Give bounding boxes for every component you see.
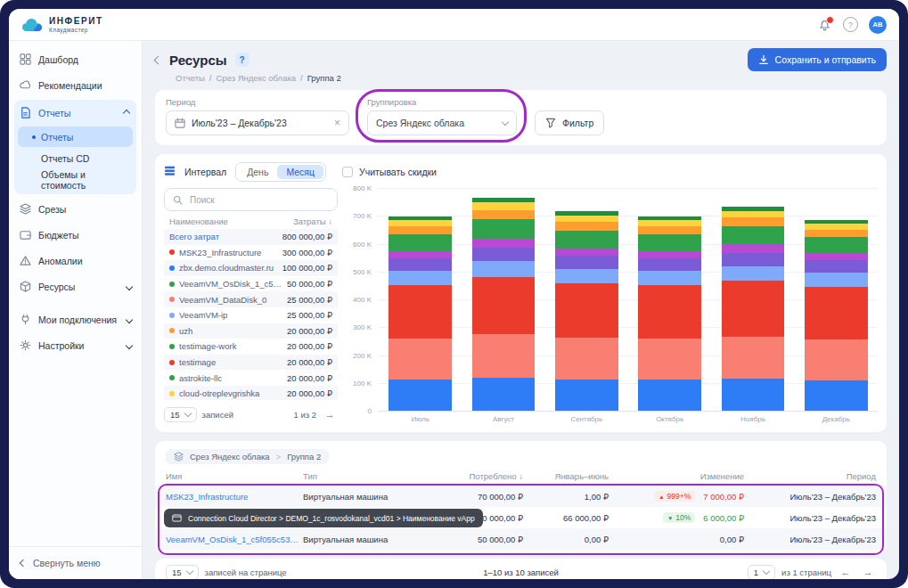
bar-segment-yellow[interactable] <box>555 216 618 223</box>
help-button[interactable]: ? <box>843 17 858 32</box>
sidebar-item-reports-cd[interactable]: Отчеты CD <box>18 148 133 168</box>
back-button[interactable] <box>154 55 163 64</box>
stacked-bar[interactable] <box>555 188 618 411</box>
bar-segment-red[interactable] <box>555 283 618 338</box>
bar-segment-yellow[interactable] <box>638 220 701 226</box>
bar-segment-salmon[interactable] <box>389 339 452 380</box>
legend-col-value[interactable]: Затраты ↓ <box>293 216 332 226</box>
col-name[interactable]: Имя <box>166 471 303 481</box>
sidebar-item-connections[interactable]: Мои подключения <box>9 306 142 332</box>
bar-segment-light-blue[interactable] <box>472 261 536 277</box>
page-help-badge[interactable]: ? <box>235 53 249 67</box>
legend-row[interactable]: VeeamVM_OsDisk_1_c5f05550 000,00 ₽ <box>164 276 338 292</box>
bar-segment-orange[interactable] <box>638 226 701 234</box>
legend-row[interactable]: Всего затрат800 000,00 ₽ <box>164 229 338 245</box>
bar-segment-yellow[interactable] <box>389 220 452 226</box>
clear-period-icon[interactable]: × <box>334 118 340 128</box>
resource-name[interactable]: MSK23_Infrastructure <box>166 492 303 502</box>
sidebar-item-anomalies[interactable]: Аномалии <box>9 248 142 274</box>
interval-day-option[interactable]: День <box>238 165 277 179</box>
bar-segment-red[interactable] <box>805 287 868 339</box>
bar-segment-light-blue[interactable] <box>389 271 452 285</box>
legend-row[interactable]: VeeamVM-ip25 000,00 ₽ <box>164 307 338 323</box>
bar-segment-green[interactable] <box>722 226 785 244</box>
legend-row[interactable]: uzh20 000,00 ₽ <box>164 323 338 339</box>
search-input[interactable] <box>188 194 329 206</box>
bar-segment-red[interactable] <box>722 281 785 337</box>
collapse-menu-button[interactable]: Свернуть меню <box>9 546 142 579</box>
legend-next-page-button[interactable]: → <box>322 406 338 422</box>
bar-segment-violet[interactable] <box>472 248 536 262</box>
legend-row[interactable]: testimage20 000,00 ₽ <box>164 355 338 371</box>
bar-segment-magenta[interactable] <box>722 244 785 252</box>
slice-group-tag[interactable]: Срез Яндекс облака > Группа 2 <box>166 449 329 464</box>
breadcrumb-reports[interactable]: Отчеты <box>176 73 205 83</box>
col-consumed[interactable]: Потреблено ↓ <box>441 471 523 481</box>
bar-segment-violet[interactable] <box>389 258 452 271</box>
sidebar-item-budgets[interactable]: Бюджеты <box>9 222 142 248</box>
table-row[interactable]: VeeamVM_OsDisk_1_c5f055c538044077a279096… <box>155 528 887 550</box>
bar-segment-orange[interactable] <box>389 226 452 234</box>
legend-page-size-select[interactable]: 15 <box>164 407 197 422</box>
bar-segment-salmon[interactable] <box>722 337 785 380</box>
bar-segment-green[interactable] <box>555 231 618 249</box>
bar-segment-orange[interactable] <box>555 222 618 230</box>
bar-segment-orange[interactable] <box>722 217 785 225</box>
stacked-bar[interactable] <box>638 188 701 411</box>
avatar[interactable]: АВ <box>869 16 887 34</box>
legend-row[interactable]: testimage-work20 000,00 ₽ <box>164 339 338 355</box>
bar-segment-blue[interactable] <box>638 380 701 411</box>
bar-segment-yellow[interactable] <box>722 211 785 218</box>
interval-month-option[interactable]: Месяц <box>277 165 323 179</box>
bar-segment-blue[interactable] <box>389 380 452 411</box>
sidebar-item-recommendations[interactable]: Рекомендации <box>9 72 142 98</box>
sidebar-item-resources[interactable]: Ресурсы <box>9 274 142 299</box>
bar-segment-light-blue[interactable] <box>555 269 618 283</box>
sidebar-item-reports-reports[interactable]: Отчеты <box>18 127 133 147</box>
notifications-button[interactable] <box>818 18 832 32</box>
bar-segment-salmon[interactable] <box>555 338 618 380</box>
bar-segment-salmon[interactable] <box>805 339 868 380</box>
legend-row[interactable]: cloud-otreplevgrishka20 000,00 ₽ <box>164 386 338 400</box>
bar-segment-magenta[interactable] <box>389 251 452 259</box>
bar-segment-violet[interactable] <box>722 253 785 266</box>
bar-segment-salmon[interactable] <box>472 334 536 378</box>
bar-segment-light-blue[interactable] <box>722 266 785 282</box>
table-row[interactable]: MSK23_InfrastructureВиртуальная машина70… <box>155 486 887 507</box>
col-period[interactable]: Период <box>744 471 876 481</box>
bar-segment-blue[interactable] <box>555 380 618 411</box>
bar-segment-light-blue[interactable] <box>638 271 701 285</box>
prev-page-button[interactable]: ← <box>838 564 854 579</box>
bar-segment-magenta[interactable] <box>805 253 868 260</box>
sidebar-item-settings[interactable]: Настройки <box>9 332 142 358</box>
bar-segment-blue[interactable] <box>722 379 785 411</box>
bar-segment-violet[interactable] <box>555 256 618 268</box>
filter-button[interactable]: Фильтр <box>535 110 604 135</box>
bar-segment-orange[interactable] <box>472 210 536 220</box>
stacked-bar[interactable] <box>722 188 785 411</box>
page-number-select[interactable]: 1 <box>748 565 775 580</box>
save-send-button[interactable]: Сохранить и отправить <box>748 48 887 71</box>
stacked-bar[interactable] <box>389 188 452 411</box>
legend-row[interactable]: VeeamVM_DataDisk_025 000,00 ₽ <box>164 291 338 307</box>
bar-segment-magenta[interactable] <box>555 249 618 257</box>
grouping-select[interactable]: Срез Яндекс облака <box>367 110 517 135</box>
stacked-bar[interactable] <box>472 188 536 411</box>
bar-segment-violet[interactable] <box>638 258 701 271</box>
legend-col-name[interactable]: Наименование <box>169 216 228 226</box>
bar-segment-green[interactable] <box>472 219 536 238</box>
bar-segment-green[interactable] <box>389 234 452 251</box>
bar-segment-red[interactable] <box>389 285 452 339</box>
bar-segment-blue[interactable] <box>805 380 868 411</box>
bar-segment-red[interactable] <box>638 285 701 339</box>
period-input[interactable]: Июль'23 – Декабрь'23 × <box>166 110 349 135</box>
bar-segment-magenta[interactable] <box>472 239 536 248</box>
sidebar-item-dashboard[interactable]: Дашборд <box>9 46 142 72</box>
bar-segment-violet[interactable] <box>805 260 868 273</box>
legend-row[interactable]: MSK23_Infrastructure300 000,00 ₽ <box>164 245 338 261</box>
legend-row[interactable]: astrokite-llc20 000,00 ₽ <box>164 370 338 386</box>
bar-segment-green[interactable] <box>638 234 701 251</box>
bar-segment-green[interactable] <box>805 237 868 253</box>
resource-name[interactable]: VeeamVM_OsDisk_1_c5f055c538044077a279096… <box>166 535 303 544</box>
bar-segment-light-blue[interactable] <box>805 273 868 287</box>
